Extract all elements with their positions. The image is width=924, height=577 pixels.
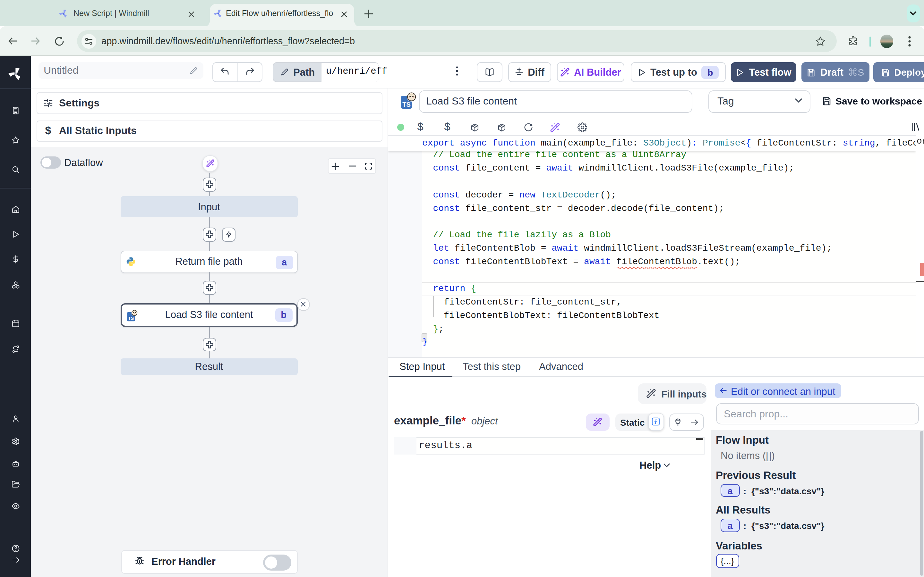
svg-text:TS: TS <box>402 101 411 108</box>
svg-text:TS: TS <box>128 316 134 321</box>
